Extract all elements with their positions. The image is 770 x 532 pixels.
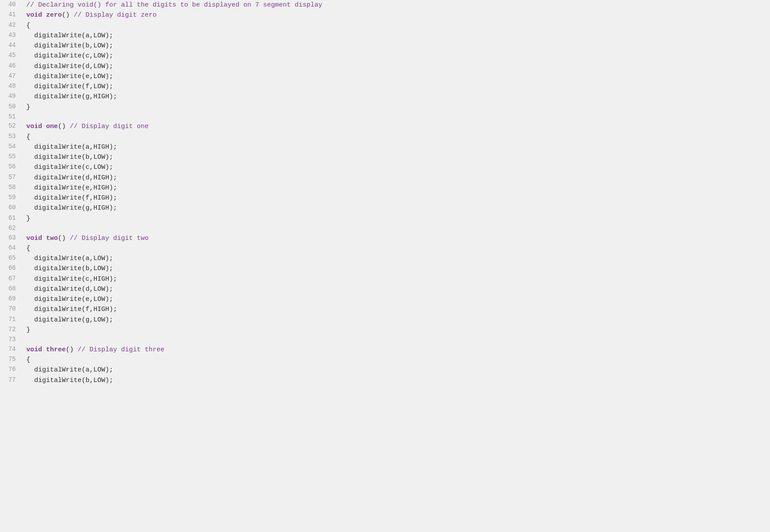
table-row: 71 digitalWrite(g,LOW);	[0, 315, 770, 325]
plain-token: digitalWrite(f,HIGH);	[26, 306, 117, 313]
table-row: 45 digitalWrite(c,LOW);	[0, 51, 770, 61]
plain-token: ()	[58, 123, 70, 130]
line-number: 76	[0, 365, 23, 375]
line-number: 62	[0, 224, 23, 233]
plain-token: {	[26, 133, 30, 141]
plain-token: digitalWrite(f,HIGH);	[26, 194, 117, 202]
line-number: 69	[0, 294, 23, 304]
table-row: 69 digitalWrite(e,LOW);	[0, 294, 770, 304]
table-row: 52void one() // Display digit one	[0, 121, 770, 132]
line-number: 41	[0, 10, 23, 20]
table-row: 54 digitalWrite(a,HIGH);	[0, 142, 770, 152]
line-number: 71	[0, 315, 23, 325]
line-content: void zero() // Display digit zero	[23, 10, 770, 20]
line-number: 44	[0, 41, 23, 51]
plain-token: digitalWrite(c,LOW);	[26, 52, 113, 60]
plain-token: digitalWrite(a,LOW);	[26, 32, 113, 39]
plain-token: digitalWrite(a,LOW);	[26, 366, 113, 374]
line-number: 43	[0, 31, 23, 41]
plain-token: digitalWrite(b,LOW);	[26, 265, 113, 272]
line-number: 55	[0, 152, 23, 162]
plain-token: {	[26, 22, 30, 29]
plain-token: digitalWrite(g,HIGH);	[26, 204, 117, 212]
comment-token: // Display digit zero	[74, 11, 157, 19]
plain-token: digitalWrite(c,HIGH);	[26, 275, 117, 283]
plain-token: digitalWrite(a,LOW);	[26, 255, 113, 262]
line-content	[23, 224, 770, 233]
line-number: 50	[0, 102, 23, 112]
line-number: 51	[0, 112, 23, 122]
plain-token: digitalWrite(e,LOW);	[26, 73, 113, 80]
comment-token: // Display digit one	[70, 123, 149, 130]
table-row: 50}	[0, 102, 770, 112]
line-content: digitalWrite(c,LOW);	[23, 162, 770, 172]
keyword-token: void	[26, 123, 46, 130]
line-number: 61	[0, 214, 23, 224]
plain-token: digitalWrite(b,LOW);	[26, 377, 113, 384]
line-number: 74	[0, 345, 23, 355]
line-content: }	[23, 325, 770, 335]
line-content: void three() // Display digit three	[23, 345, 770, 355]
line-content: digitalWrite(b,LOW);	[23, 152, 770, 162]
line-number: 70	[0, 304, 23, 314]
line-content: digitalWrite(g,LOW);	[23, 315, 770, 325]
line-content: digitalWrite(g,HIGH);	[23, 203, 770, 213]
comment-token: // Display digit three	[78, 346, 164, 353]
line-content: // Declaring void() for all the digits t…	[23, 0, 770, 10]
plain-token: digitalWrite(d,HIGH);	[26, 174, 117, 182]
comment-token: // Declaring void() for all the digits t…	[26, 1, 322, 9]
plain-token: digitalWrite(e,LOW);	[26, 296, 113, 303]
table-row: 68 digitalWrite(d,LOW);	[0, 284, 770, 294]
plain-token: ()	[66, 346, 78, 353]
plain-token: {	[26, 356, 30, 364]
keyword-token: void	[26, 346, 46, 353]
function-token: one	[46, 123, 58, 130]
line-content: {	[23, 21, 770, 31]
table-row: 55 digitalWrite(b,LOW);	[0, 152, 770, 162]
table-row: 57 digitalWrite(d,HIGH);	[0, 173, 770, 183]
code-editor: 40// Declaring void() for all the digits…	[0, 0, 770, 532]
line-content: digitalWrite(a,LOW);	[23, 31, 770, 41]
table-row: 48 digitalWrite(f,LOW);	[0, 82, 770, 92]
line-content: void two() // Display digit two	[23, 233, 770, 243]
table-row: 75{	[0, 355, 770, 365]
line-number: 47	[0, 71, 23, 82]
table-row: 60 digitalWrite(g,HIGH);	[0, 203, 770, 213]
line-number: 64	[0, 243, 23, 254]
table-row: 72}	[0, 325, 770, 335]
line-content: digitalWrite(a,LOW);	[23, 365, 770, 375]
table-row: 77 digitalWrite(b,LOW);	[0, 375, 770, 386]
table-row: 59 digitalWrite(f,HIGH);	[0, 193, 770, 203]
line-number: 46	[0, 61, 23, 71]
line-content: digitalWrite(b,LOW);	[23, 264, 770, 274]
table-row: 67 digitalWrite(c,HIGH);	[0, 274, 770, 284]
table-row: 70 digitalWrite(f,HIGH);	[0, 304, 770, 314]
line-content: {	[23, 243, 770, 254]
plain-token: ()	[62, 11, 74, 19]
line-content: }	[23, 214, 770, 224]
line-number: 59	[0, 193, 23, 203]
line-number: 60	[0, 203, 23, 213]
plain-token: }	[26, 326, 30, 334]
line-number: 66	[0, 264, 23, 274]
table-row: 76 digitalWrite(a,LOW);	[0, 365, 770, 375]
line-content: digitalWrite(d,HIGH);	[23, 173, 770, 183]
line-number: 57	[0, 173, 23, 183]
line-number: 77	[0, 375, 23, 386]
line-content: {	[23, 355, 770, 365]
line-number: 56	[0, 162, 23, 172]
line-number: 52	[0, 121, 23, 132]
line-content: digitalWrite(g,HIGH);	[23, 92, 770, 102]
table-row: 58 digitalWrite(e,HIGH);	[0, 183, 770, 193]
plain-token: digitalWrite(g,HIGH);	[26, 93, 117, 100]
plain-token: }	[26, 104, 30, 111]
line-content: digitalWrite(a,LOW);	[23, 254, 770, 264]
line-number: 54	[0, 142, 23, 152]
line-content	[23, 112, 770, 122]
table-row: 43 digitalWrite(a,LOW);	[0, 31, 770, 41]
line-number: 45	[0, 51, 23, 61]
table-row: 61}	[0, 214, 770, 224]
plain-token: digitalWrite(g,LOW);	[26, 316, 113, 324]
line-number: 48	[0, 82, 23, 92]
table-row: 46 digitalWrite(d,LOW);	[0, 61, 770, 71]
